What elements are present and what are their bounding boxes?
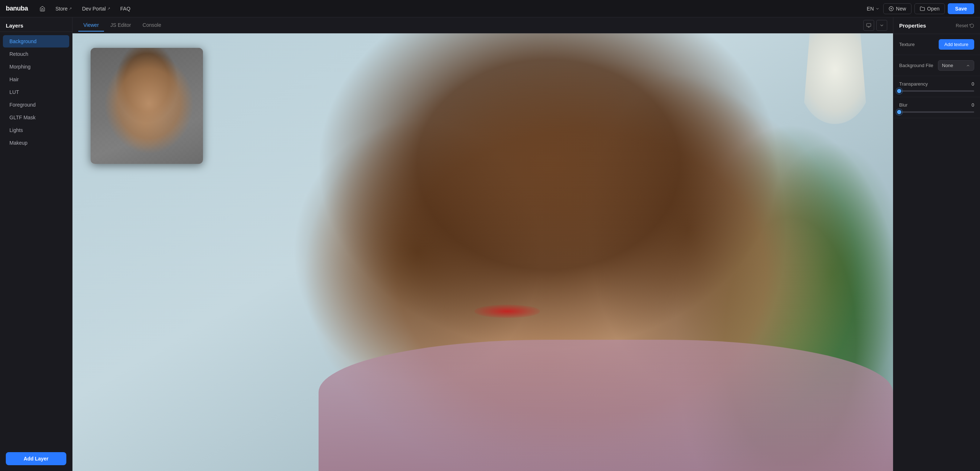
sidebar-item-foreground[interactable]: Foreground bbox=[3, 99, 69, 111]
tab-js-editor[interactable]: JS Editor bbox=[105, 19, 136, 32]
sidebar-item-morphing[interactable]: Morphing bbox=[3, 60, 69, 73]
sidebar: Layers Background Retouch Morphing Hair … bbox=[0, 18, 73, 471]
add-texture-button[interactable]: Add texture bbox=[939, 39, 975, 50]
viewer-size-icon[interactable] bbox=[863, 20, 874, 31]
properties-title: Properties bbox=[899, 22, 926, 29]
tab-console[interactable]: Console bbox=[137, 19, 166, 32]
logo-text: banuba bbox=[6, 5, 28, 12]
background-file-row: Background File None bbox=[893, 55, 980, 76]
nav-dev-portal[interactable]: Dev Portal ↗ bbox=[78, 4, 114, 14]
viewer-options-icon[interactable] bbox=[877, 20, 887, 31]
home-button[interactable] bbox=[37, 3, 48, 14]
tabs-actions bbox=[863, 20, 887, 31]
language-selector[interactable]: EN bbox=[863, 4, 883, 14]
nav-store[interactable]: Store ↗ bbox=[51, 4, 76, 14]
external-link-icon-2: ↗ bbox=[107, 6, 110, 11]
inset-person bbox=[91, 48, 203, 164]
save-button[interactable]: Save bbox=[948, 3, 974, 14]
logo: banuba bbox=[6, 5, 28, 12]
sidebar-items: Background Retouch Morphing Hair LUT For… bbox=[0, 32, 72, 448]
properties-panel: Properties Reset Texture Add texture Bac… bbox=[893, 18, 980, 471]
sidebar-item-hair[interactable]: Hair bbox=[3, 73, 69, 86]
viewer-canvas bbox=[73, 33, 893, 471]
topnav-actions: New Open Save bbox=[883, 3, 974, 14]
person-lips bbox=[474, 305, 540, 318]
transparency-header: Transparency 0 bbox=[899, 81, 974, 87]
main-area: Layers Background Retouch Morphing Hair … bbox=[0, 18, 980, 471]
new-icon bbox=[889, 6, 894, 11]
tab-viewer[interactable]: Viewer bbox=[78, 19, 104, 32]
reset-button[interactable]: Reset bbox=[956, 23, 974, 28]
svg-rect-3 bbox=[867, 23, 871, 26]
person-body bbox=[318, 340, 893, 471]
blur-row: Blur 0 bbox=[893, 97, 980, 118]
tabs-bar: Viewer JS Editor Console bbox=[73, 18, 893, 33]
transparency-value: 0 bbox=[963, 81, 974, 87]
texture-row: Texture Add texture bbox=[893, 34, 980, 55]
external-link-icon: ↗ bbox=[69, 6, 72, 11]
open-button[interactable]: Open bbox=[915, 3, 945, 14]
transparency-row: Transparency 0 bbox=[893, 76, 980, 97]
inset-photo bbox=[91, 48, 203, 164]
content-area: Viewer JS Editor Console bbox=[73, 18, 893, 471]
sidebar-item-retouch[interactable]: Retouch bbox=[3, 48, 69, 60]
folder-icon bbox=[920, 6, 925, 11]
background-file-select[interactable]: None bbox=[938, 60, 974, 71]
sidebar-item-lut[interactable]: LUT bbox=[3, 86, 69, 98]
sidebar-header: Layers bbox=[0, 18, 72, 32]
properties-header: Properties Reset bbox=[893, 18, 980, 34]
chevron-up-icon bbox=[966, 64, 970, 68]
sidebar-item-background[interactable]: Background bbox=[3, 35, 69, 48]
nav-faq[interactable]: FAQ bbox=[116, 4, 135, 14]
sidebar-item-makeup[interactable]: Makeup bbox=[3, 137, 69, 149]
topnav: banuba Store ↗ Dev Portal ↗ FAQ EN New O… bbox=[0, 0, 980, 18]
sidebar-item-gltf-mask[interactable]: GLTF Mask bbox=[3, 111, 69, 124]
nav-links: Store ↗ Dev Portal ↗ FAQ bbox=[51, 4, 863, 14]
add-layer-button[interactable]: Add Layer bbox=[6, 452, 66, 465]
texture-label: Texture bbox=[899, 42, 915, 47]
sidebar-item-lights[interactable]: Lights bbox=[3, 124, 69, 136]
chevron-down-icon bbox=[875, 6, 880, 11]
reset-icon bbox=[969, 23, 974, 28]
background-file-label: Background File bbox=[899, 63, 933, 68]
new-button[interactable]: New bbox=[883, 3, 912, 14]
transparency-label: Transparency bbox=[899, 81, 928, 87]
blur-value: 0 bbox=[963, 102, 974, 108]
blur-header: Blur 0 bbox=[899, 102, 974, 108]
blur-label: Blur bbox=[899, 102, 907, 108]
